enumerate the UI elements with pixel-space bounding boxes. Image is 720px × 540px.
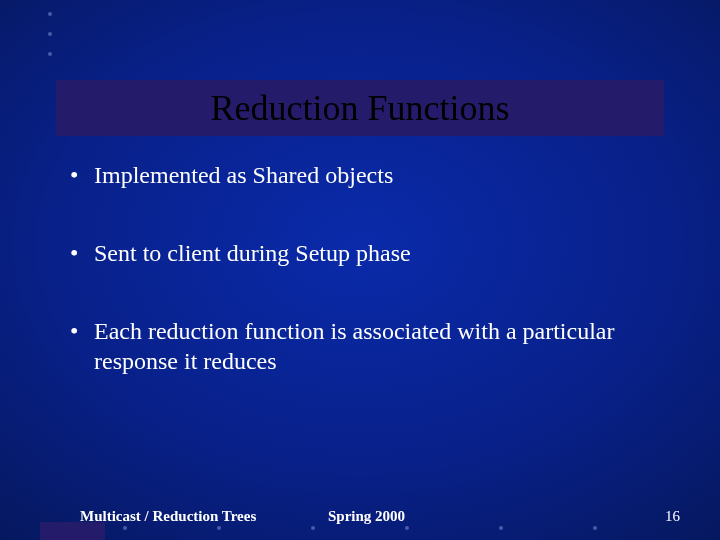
bullet-item: Each reduction function is associated wi… bbox=[70, 316, 660, 376]
dot-icon bbox=[48, 52, 52, 56]
dot-icon bbox=[123, 526, 127, 530]
footer-accent-bar bbox=[40, 522, 105, 540]
title-bar: Reduction Functions bbox=[56, 80, 664, 136]
dot-icon bbox=[405, 526, 409, 530]
dot-icon bbox=[499, 526, 503, 530]
footer-center: Spring 2000 bbox=[328, 508, 405, 525]
dot-icon bbox=[311, 526, 315, 530]
slide-content: Implemented as Shared objects Sent to cl… bbox=[70, 160, 660, 424]
decorative-dots-top bbox=[48, 12, 52, 56]
dot-icon bbox=[48, 32, 52, 36]
decorative-dots-bottom bbox=[0, 526, 720, 530]
dot-icon bbox=[217, 526, 221, 530]
dot-icon bbox=[593, 526, 597, 530]
dot-icon bbox=[48, 12, 52, 16]
bullet-item: Implemented as Shared objects bbox=[70, 160, 660, 190]
footer-page-number: 16 bbox=[665, 508, 680, 525]
footer-left: Multicast / Reduction Trees bbox=[80, 508, 256, 525]
bullet-item: Sent to client during Setup phase bbox=[70, 238, 660, 268]
slide-title: Reduction Functions bbox=[211, 87, 510, 129]
